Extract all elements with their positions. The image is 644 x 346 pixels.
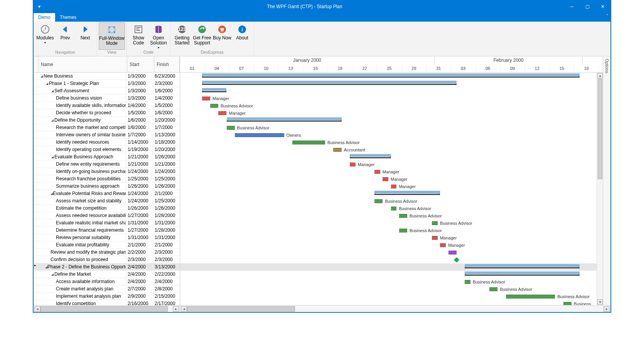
- task-row[interactable]: Define new entity requirements1/21/20001…: [34, 161, 180, 168]
- milestone-marker[interactable]: [454, 257, 459, 263]
- grid-scroll-thumb[interactable]: [40, 306, 168, 312]
- task-bar[interactable]: [448, 251, 457, 254]
- task-row[interactable]: Research franchise possibilities1/25/200…: [34, 175, 180, 183]
- summary-bar[interactable]: [202, 81, 457, 83]
- grid-body[interactable]: ◢ New Business1/3/20006/23/2000◢ Phase 1…: [34, 73, 180, 305]
- task-bar[interactable]: Manager: [383, 177, 388, 181]
- ribbon-next-button[interactable]: Next: [75, 22, 95, 50]
- ribbon-modules-button[interactable]: Modules▾: [35, 22, 55, 50]
- task-row[interactable]: Evaluate initial profitability2/1/20002/…: [34, 241, 180, 249]
- gantt-row[interactable]: Business Advisor: [180, 205, 597, 212]
- ribbon-prev-button[interactable]: Prev: [55, 22, 75, 50]
- task-row[interactable]: Create market analysis plan2/7/20002/8/2…: [34, 285, 180, 293]
- summary-bar[interactable]: [202, 88, 227, 91]
- task-row[interactable]: Implement market analysis plan2/9/20002/…: [34, 293, 180, 300]
- expand-icon[interactable]: ◢: [51, 119, 54, 122]
- task-bar[interactable]: Manager: [391, 185, 397, 188]
- ribbon-showcode-button[interactable]: Show Code: [128, 22, 148, 50]
- task-row[interactable]: Assess needed resource availability1/27/…: [34, 212, 180, 219]
- gantt-row[interactable]: Business: [180, 300, 597, 305]
- expand-icon[interactable]: ◢: [40, 75, 44, 78]
- chart-scroll-right[interactable]: ▸: [604, 306, 610, 312]
- gantt-row[interactable]: Manager: [180, 95, 597, 102]
- scroll-up-button[interactable]: ▴: [597, 73, 603, 78]
- gantt-row[interactable]: Manager: [180, 161, 597, 168]
- gantt-row[interactable]: Business Advisor: [180, 293, 597, 300]
- gantt-row[interactable]: [180, 153, 597, 161]
- task-row[interactable]: Identify needed resources1/14/20001/18/2…: [34, 139, 180, 146]
- task-row[interactable]: Research the market and competition1/6/2…: [34, 124, 180, 131]
- expand-icon[interactable]: ◢: [51, 273, 54, 276]
- vertical-scrollbar[interactable]: ▴ ▾: [597, 73, 603, 305]
- chart-hscroll[interactable]: ◂ ▸: [180, 305, 610, 312]
- task-row[interactable]: ◢ New Business1/3/20006/23/2000: [34, 73, 180, 80]
- ribbon-getfree-button[interactable]: Get Free Support: [192, 22, 212, 50]
- task-row[interactable]: ◢ Define the Market2/4/20002/22/2000: [34, 271, 180, 278]
- summary-bar[interactable]: [202, 73, 580, 76]
- task-bar[interactable]: Manager: [374, 170, 380, 174]
- task-row[interactable]: Assess market size and stability1/24/200…: [34, 197, 180, 205]
- task-bar[interactable]: Business Advisor: [210, 104, 218, 108]
- gantt-row[interactable]: Manager: [180, 234, 597, 241]
- chart-scroll-thumb[interactable]: [187, 306, 295, 312]
- expand-icon[interactable]: ◢: [51, 89, 54, 93]
- task-row[interactable]: ◢ Define the Opportunity1/6/20001/20/200…: [34, 117, 180, 124]
- task-row[interactable]: Review and modify the strategic plan2/2/…: [34, 249, 180, 256]
- close-button[interactable]: ✕: [595, 1, 610, 12]
- gantt-row[interactable]: Manager: [180, 175, 597, 183]
- options-panel-tab[interactable]: Options: [603, 56, 610, 305]
- task-row[interactable]: Decide whether to proceed1/5/20001/6/200…: [34, 109, 180, 117]
- column-header-name[interactable]: Name: [39, 56, 127, 72]
- task-bar[interactable]: Manager: [350, 163, 356, 166]
- task-bar[interactable]: Business Advisor: [432, 221, 438, 225]
- gantt-row[interactable]: Owners: [180, 131, 597, 139]
- gantt-row[interactable]: [180, 190, 597, 197]
- task-bar[interactable]: Business Advisor: [506, 295, 555, 299]
- task-row[interactable]: Review personal suitability1/31/20001/31…: [34, 234, 180, 241]
- ribbon-buynow-button[interactable]: Buy Now: [212, 22, 232, 50]
- chart-scroll-left[interactable]: ◂: [181, 306, 187, 312]
- grid-hscroll[interactable]: ◂ ▸: [34, 305, 180, 312]
- gantt-row[interactable]: Business Advisor: [180, 219, 597, 227]
- tab-themes[interactable]: Themes: [55, 13, 81, 22]
- gantt-row[interactable]: Business Advisor: [180, 139, 597, 146]
- gantt-row[interactable]: [180, 256, 597, 263]
- scroll-down-button[interactable]: ▾: [597, 299, 603, 305]
- gantt-row[interactable]: Business Advisor: [180, 124, 597, 131]
- summary-bar[interactable]: [227, 117, 342, 120]
- task-row[interactable]: Confirm decision to proceed2/3/20002/3/2…: [34, 256, 180, 263]
- column-header-start[interactable]: Start: [127, 56, 154, 72]
- tab-demo[interactable]: Demo: [34, 13, 55, 22]
- gantt-row[interactable]: [180, 73, 597, 80]
- ribbon-about-button[interactable]: iAbout: [232, 22, 252, 50]
- gantt-row[interactable]: Manager: [180, 109, 597, 117]
- task-bar[interactable]: Accountant: [333, 148, 341, 152]
- qat-dropdown[interactable]: ▾: [34, 4, 45, 9]
- task-bar[interactable]: Business Advisor: [399, 214, 407, 218]
- task-row[interactable]: ◢ Evaluate Potential Risks and Rewards1/…: [34, 190, 180, 197]
- grid-scroll-right[interactable]: ▸: [173, 306, 179, 312]
- summary-bar[interactable]: [465, 264, 580, 267]
- gantt-row[interactable]: Business Advisor: [180, 278, 597, 285]
- task-bar[interactable]: Manager: [440, 243, 446, 247]
- maximize-button[interactable]: ▢: [580, 1, 595, 12]
- task-bar[interactable]: Business Advisor: [399, 229, 407, 232]
- gantt-row[interactable]: Business Advisor: [180, 197, 597, 205]
- summary-bar[interactable]: [374, 191, 440, 193]
- task-row[interactable]: ◢ Evaluate Business Approach1/21/20001/2…: [34, 153, 180, 161]
- summary-bar[interactable]: [350, 154, 391, 157]
- grid-scroll-left[interactable]: ◂: [34, 306, 40, 312]
- task-bar[interactable]: Manager: [218, 111, 226, 115]
- gantt-row[interactable]: Accountant: [180, 146, 597, 153]
- task-row[interactable]: Identify operating cost elements1/19/200…: [34, 146, 180, 153]
- gantt-row[interactable]: [180, 117, 597, 124]
- task-bar[interactable]: Business Advisor: [292, 141, 325, 144]
- task-row[interactable]: Estimate the competition1/26/20001/26/20…: [34, 205, 180, 212]
- task-bar[interactable]: Manager: [202, 97, 210, 100]
- gantt-row[interactable]: Manager: [180, 168, 597, 175]
- task-row[interactable]: ◢ Phase 1 - Strategic Plan1/3/20002/3/20…: [34, 80, 180, 87]
- task-row[interactable]: ◢ Self-Assessment1/3/20001/6/2000: [34, 87, 180, 95]
- task-row[interactable]: Interview owners of similar businesses1/…: [34, 131, 180, 139]
- gantt-row[interactable]: [180, 87, 597, 95]
- gantt-row[interactable]: Manager: [180, 241, 597, 249]
